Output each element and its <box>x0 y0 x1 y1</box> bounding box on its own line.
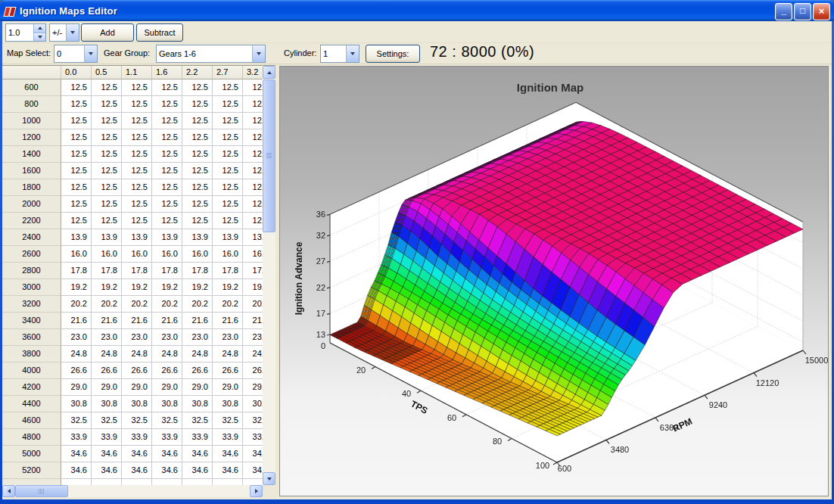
grid-cell[interactable]: 12.5 <box>92 163 122 179</box>
close-button[interactable]: × <box>813 3 830 20</box>
grid-cell[interactable]: 34.6 <box>243 446 263 462</box>
grid-cell[interactable]: 26.6 <box>182 362 213 379</box>
grid-cell[interactable]: 30.8 <box>92 396 122 412</box>
grid-cell[interactable]: 12.5 <box>182 129 213 146</box>
grid-cell[interactable]: 12.5 <box>61 196 92 213</box>
grid-cell[interactable]: 13.9 <box>152 229 182 246</box>
grid-cell[interactable]: 23.0 <box>92 329 122 346</box>
scroll-up-icon[interactable] <box>263 66 275 79</box>
grid-cell[interactable]: 34.6 <box>182 446 213 462</box>
grid-cell[interactable]: 26.6 <box>243 362 263 379</box>
settings-button[interactable]: Settings: <box>366 45 420 63</box>
grid-cell[interactable]: 12.5 <box>92 179 122 196</box>
grid-cell[interactable]: 23.0 <box>152 329 182 346</box>
grid-cell[interactable]: 26.6 <box>122 362 152 379</box>
grid-cell[interactable]: 19.2 <box>61 279 92 296</box>
grid-cell[interactable]: 12.5 <box>243 213 263 229</box>
grid-cell[interactable]: 12.5 <box>243 146 263 163</box>
grid-cell[interactable]: 23.0 <box>122 329 152 346</box>
grid-cell[interactable]: 33.9 <box>61 429 92 446</box>
scroll-down-icon[interactable] <box>263 472 275 485</box>
grid-cell[interactable]: 20.2 <box>61 296 92 313</box>
grid-cell[interactable]: 17.8 <box>152 263 182 279</box>
grid-cell[interactable]: 29.0 <box>92 379 122 396</box>
scroll-left-icon[interactable] <box>2 485 15 497</box>
grid-cell[interactable]: 20.2 <box>243 296 263 313</box>
grid-cell[interactable]: 12.5 <box>243 129 263 146</box>
grid-cell[interactable]: 12.5 <box>213 113 243 129</box>
grid-cell[interactable]: 24.8 <box>182 346 213 362</box>
grid-cell[interactable]: 12.5 <box>122 79 152 96</box>
grid-cell[interactable]: 12.5 <box>213 146 243 163</box>
grid-cell[interactable]: 33.9 <box>122 429 152 446</box>
grid-cell[interactable]: 23.0 <box>182 329 213 346</box>
grid-cell[interactable]: 16.0 <box>182 246 213 263</box>
grid-cell[interactable]: 26.6 <box>213 362 243 379</box>
grid-cell[interactable]: 12.5 <box>122 113 152 129</box>
grid-cell[interactable]: 34.6 <box>61 446 92 462</box>
grid-cell[interactable]: 34.6 <box>182 462 213 479</box>
grid-cell[interactable]: 19.2 <box>182 279 213 296</box>
grid-cell[interactable]: 20.2 <box>213 296 243 313</box>
grid-cell[interactable]: 19.2 <box>92 279 122 296</box>
spinner-down-icon[interactable] <box>34 33 45 42</box>
grid-cell[interactable]: 33.9 <box>213 429 243 446</box>
grid-cell[interactable]: 34.6 <box>122 446 152 462</box>
grid-cell[interactable]: 32.5 <box>213 412 243 429</box>
grid-cell[interactable]: 34.6 <box>122 462 152 479</box>
grid-cell[interactable]: 12.5 <box>152 146 182 163</box>
grid-cell[interactable]: 21.6 <box>61 313 92 329</box>
grid-cell[interactable]: 16.0 <box>61 246 92 263</box>
grid-cell[interactable]: 34.6 <box>92 462 122 479</box>
grid-cell[interactable] <box>122 479 152 485</box>
grid-cell[interactable]: 33.9 <box>152 429 182 446</box>
grid-cell[interactable]: 16.0 <box>152 246 182 263</box>
grid-cell[interactable]: 13.9 <box>243 229 263 246</box>
grid-cell[interactable]: 12.5 <box>92 196 122 213</box>
grid-cell[interactable]: 26.6 <box>152 362 182 379</box>
grid-cell[interactable]: 34.6 <box>92 446 122 462</box>
grid-cell[interactable]: 21.6 <box>213 313 243 329</box>
grid-cell[interactable]: 20.2 <box>152 296 182 313</box>
grid-cell[interactable]: 12.5 <box>182 196 213 213</box>
grid-cell[interactable]: 33.9 <box>182 429 213 446</box>
cylinder-dropdown[interactable]: 1 <box>320 45 359 63</box>
grid-cell[interactable]: 24.8 <box>92 346 122 362</box>
ignition-map-canvas[interactable] <box>280 67 828 496</box>
grid-cell[interactable]: 19.2 <box>243 279 263 296</box>
grid-cell[interactable]: 34.6 <box>152 446 182 462</box>
grid-cell[interactable]: 17.8 <box>213 263 243 279</box>
grid-cell[interactable]: 12.5 <box>122 179 152 196</box>
grid-cell[interactable]: 23.0 <box>213 329 243 346</box>
grid-cell[interactable]: 12.5 <box>182 163 213 179</box>
grid-cell[interactable]: 32.5 <box>61 412 92 429</box>
grid-cell[interactable]: 21.6 <box>122 313 152 329</box>
grid-cell[interactable]: 21.6 <box>243 313 263 329</box>
grid-cell[interactable]: 21.6 <box>92 313 122 329</box>
grid-cell[interactable]: 19.2 <box>213 279 243 296</box>
grid-cell[interactable]: 12.5 <box>92 213 122 229</box>
grid-cell[interactable]: 17.8 <box>92 263 122 279</box>
chevron-down-icon[interactable] <box>346 45 359 62</box>
grid-cell[interactable] <box>61 479 92 485</box>
window-titlebar[interactable]: Ignition Maps Editor _ □ × <box>0 0 834 21</box>
grid-cell[interactable]: 32.5 <box>182 412 213 429</box>
grid-cell[interactable]: 21.6 <box>182 313 213 329</box>
grid-cell[interactable]: 12.5 <box>152 163 182 179</box>
grid-cell[interactable]: 29.0 <box>243 379 263 396</box>
grid-cell[interactable]: 17.8 <box>122 263 152 279</box>
grid-cell[interactable]: 12.5 <box>122 96 152 113</box>
grid-cell[interactable]: 24.8 <box>243 346 263 362</box>
grid-cell[interactable]: 29.0 <box>61 379 92 396</box>
grid-cell[interactable]: 12.5 <box>213 129 243 146</box>
grid-cell[interactable]: 23.0 <box>243 329 263 346</box>
grid-cell[interactable]: 30.8 <box>213 396 243 412</box>
grid-cell[interactable]: 20.2 <box>182 296 213 313</box>
grid-cell[interactable]: 12.5 <box>213 96 243 113</box>
grid-cell[interactable]: 12.5 <box>213 163 243 179</box>
grid-cell[interactable]: 12.5 <box>243 113 263 129</box>
grid-cell[interactable]: 13.9 <box>122 229 152 246</box>
horizontal-scrollbar[interactable] <box>2 485 263 497</box>
grid-cell[interactable] <box>213 479 243 485</box>
grid-cell[interactable]: 12.5 <box>122 129 152 146</box>
